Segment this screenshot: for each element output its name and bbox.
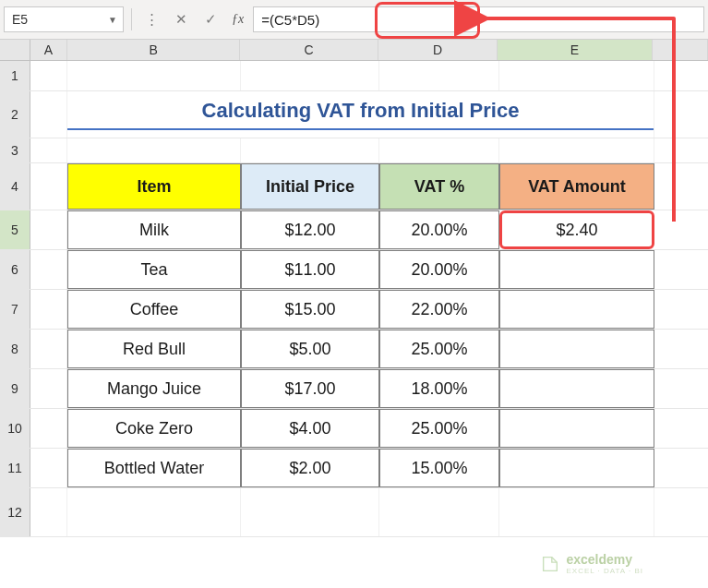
row-header[interactable]: 5 — [0, 210, 30, 249]
formula-text: =(C5*D5) — [261, 12, 319, 28]
cell-item[interactable]: Coffee — [67, 290, 241, 329]
cell[interactable] — [30, 91, 67, 138]
cell-item[interactable]: Tea — [67, 250, 241, 289]
fx-icon[interactable]: ƒx — [228, 12, 247, 27]
cell[interactable] — [241, 488, 379, 536]
select-all-corner[interactable] — [0, 40, 30, 60]
chevron-down-icon[interactable]: ▼ — [108, 15, 117, 25]
cell-vat[interactable]: 22.00% — [379, 290, 499, 329]
cell[interactable] — [30, 61, 67, 90]
cell-vat[interactable]: 25.00% — [379, 409, 499, 448]
cell-vat-amount[interactable] — [499, 290, 654, 329]
cell[interactable] — [379, 488, 499, 536]
col-header-f[interactable] — [653, 40, 708, 60]
sheet-title: Calculating VAT from Initial Price — [67, 99, 654, 130]
cell[interactable] — [30, 409, 67, 448]
dots-icon: ⋮ — [139, 7, 163, 31]
cell-item[interactable]: Bottled Water — [67, 449, 241, 487]
row-header[interactable]: 8 — [0, 330, 30, 368]
col-header-d[interactable]: D — [378, 40, 498, 60]
col-header-c[interactable]: C — [240, 40, 378, 60]
row-header[interactable]: 7 — [0, 290, 30, 329]
row-header[interactable]: 1 — [0, 61, 30, 90]
cell[interactable] — [241, 138, 379, 162]
cell[interactable] — [499, 138, 654, 162]
formula-input[interactable]: =(C5*D5) — [253, 6, 704, 32]
logo-icon — [540, 554, 560, 574]
formula-bar: E5 ▼ ⋮ ✕ ✓ ƒx =(C5*D5) — [0, 0, 708, 40]
cell-reference: E5 — [12, 12, 28, 27]
cell[interactable] — [67, 61, 241, 90]
cell[interactable] — [30, 290, 67, 329]
cell-price[interactable]: $17.00 — [241, 369, 379, 408]
cell-price[interactable]: $11.00 — [241, 250, 379, 289]
rows: 1 2 Calculating VAT from Initial Price 3 — [0, 61, 708, 537]
cell-vat[interactable]: 18.00% — [379, 369, 499, 408]
cancel-icon[interactable]: ✕ — [169, 7, 193, 31]
row-header[interactable]: 4 — [0, 163, 30, 210]
cell[interactable] — [30, 330, 67, 368]
cell[interactable] — [30, 369, 67, 408]
row-header[interactable]: 10 — [0, 409, 30, 448]
cell-item[interactable]: Mango Juice — [67, 369, 241, 408]
cell[interactable] — [30, 138, 67, 162]
col-header-a[interactable]: A — [30, 40, 68, 60]
watermark: exceldemy EXCEL · DATA · BI — [540, 552, 643, 575]
name-box[interactable]: E5 ▼ — [4, 6, 124, 32]
cell-price[interactable]: $2.00 — [241, 449, 379, 487]
cell[interactable] — [30, 210, 67, 249]
spreadsheet: A B C D E 1 2 Calculating VAT from Initi… — [0, 40, 708, 537]
cell[interactable] — [30, 449, 67, 487]
header-item[interactable]: Item — [67, 163, 241, 210]
cell[interactable] — [30, 250, 67, 289]
cell[interactable] — [499, 488, 654, 536]
watermark-brand: exceldemy — [566, 552, 643, 567]
watermark-tag: EXCEL · DATA · BI — [566, 567, 643, 575]
cell-vat-amount[interactable] — [499, 449, 654, 487]
title-cell[interactable]: Calculating VAT from Initial Price — [67, 91, 654, 138]
cell-vat-amount[interactable] — [499, 250, 654, 289]
cell[interactable] — [30, 488, 67, 536]
row-header[interactable]: 2 — [0, 91, 30, 138]
cell[interactable] — [379, 138, 499, 162]
column-headers: A B C D E — [0, 40, 708, 61]
cell-price[interactable]: $5.00 — [241, 330, 379, 368]
cell[interactable] — [379, 61, 499, 90]
cell-vat[interactable]: 15.00% — [379, 449, 499, 487]
cell-price[interactable]: $4.00 — [241, 409, 379, 448]
header-initial-price[interactable]: Initial Price — [241, 163, 379, 210]
row-header[interactable]: 12 — [0, 488, 30, 536]
cell[interactable] — [499, 61, 654, 90]
row-header[interactable]: 9 — [0, 369, 30, 408]
cell-vat-amount[interactable] — [499, 409, 654, 448]
cell-item[interactable]: Coke Zero — [67, 409, 241, 448]
cell-vat[interactable]: 20.00% — [379, 250, 499, 289]
cell-vat[interactable]: 20.00% — [379, 210, 499, 249]
cell[interactable] — [67, 488, 241, 536]
cell[interactable] — [241, 61, 379, 90]
header-vat-amount[interactable]: VAT Amount — [499, 163, 654, 210]
col-header-e[interactable]: E — [498, 40, 652, 60]
row-header[interactable]: 11 — [0, 449, 30, 487]
cell-vat-amount[interactable] — [499, 369, 654, 408]
cell-item[interactable]: Red Bull — [67, 330, 241, 368]
cell[interactable] — [67, 138, 241, 162]
cell-item[interactable]: Milk — [67, 210, 241, 249]
cell-vat-amount[interactable] — [499, 330, 654, 368]
col-header-b[interactable]: B — [67, 40, 240, 60]
cell[interactable] — [30, 163, 67, 210]
header-vat-pct[interactable]: VAT % — [379, 163, 499, 210]
cell-vat[interactable]: 25.00% — [379, 330, 499, 368]
cell-price[interactable]: $12.00 — [241, 210, 379, 249]
row-header[interactable]: 3 — [0, 138, 30, 162]
row-header[interactable]: 6 — [0, 250, 30, 289]
cell-price[interactable]: $15.00 — [241, 290, 379, 329]
enter-icon[interactable]: ✓ — [198, 7, 222, 31]
separator — [131, 8, 132, 30]
cell-vat-amount-selected[interactable]: $2.40 — [499, 210, 654, 249]
